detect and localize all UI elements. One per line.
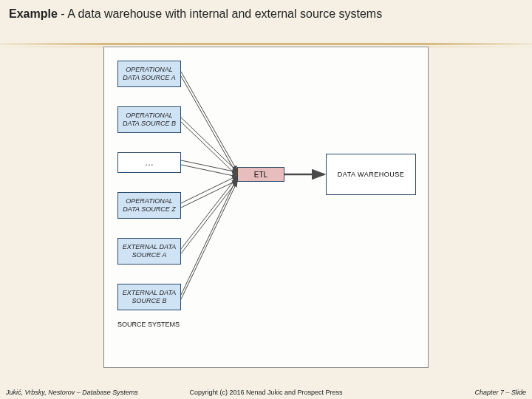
source-op-z-label: OPERATIONAL DATA SOURCE Z	[120, 197, 179, 214]
title-bold: Example	[9, 7, 58, 20]
diagram-frame: OPERATIONAL DATA SOURCE A OPERATIONAL DA…	[103, 47, 429, 368]
source-ext-a-label: EXTERNAL DATA SOURCE A	[120, 243, 179, 259]
svg-line-4	[181, 160, 237, 172]
source-op-b-label: OPERATIONAL DATA SOURCE B	[120, 112, 179, 128]
data-warehouse-box: DATA WAREHOUSE	[326, 154, 416, 195]
svg-line-3	[181, 122, 237, 176]
source-op-b: OPERATIONAL DATA SOURCE B	[117, 106, 181, 133]
footer-center: Copyright (c) 2016 Nenad Jukic and Prosp…	[0, 389, 532, 396]
svg-line-2	[181, 117, 237, 171]
source-op-a-label: OPERATIONAL DATA SOURCE A	[120, 66, 179, 82]
source-systems-label: SOURCE SYSTEMS	[117, 321, 180, 328]
footer: Jukić, Vrbsky, Nestorov – Database Syste…	[0, 384, 532, 396]
etl-box: ETL	[237, 167, 284, 182]
svg-line-0	[181, 72, 237, 171]
svg-line-1	[181, 76, 237, 175]
source-ext-a: EXTERNAL DATA SOURCE A	[117, 238, 181, 265]
svg-line-11	[181, 182, 237, 299]
source-ellipsis-label: …	[145, 157, 154, 168]
title-divider	[0, 43, 532, 45]
svg-line-5	[181, 165, 237, 177]
slide-title: Example - A data warehouse with internal…	[0, 0, 532, 24]
etl-label: ETL	[254, 171, 267, 179]
source-ext-b-label: EXTERNAL DATA SOURCE B	[120, 289, 179, 305]
footer-right: Chapter 7 – Slide	[474, 389, 526, 396]
data-warehouse-label: DATA WAREHOUSE	[338, 171, 404, 178]
source-ext-b: EXTERNAL DATA SOURCE B	[117, 284, 181, 310]
source-op-a: OPERATIONAL DATA SOURCE A	[117, 61, 181, 87]
svg-line-6	[181, 176, 237, 203]
svg-line-9	[181, 181, 237, 253]
title-rest: - A data warehouse with internal and ext…	[58, 7, 382, 20]
source-op-z: OPERATIONAL DATA SOURCE Z	[117, 192, 181, 219]
source-ellipsis: …	[117, 152, 181, 173]
svg-line-7	[181, 180, 237, 208]
svg-line-10	[181, 177, 237, 295]
svg-line-8	[181, 177, 237, 249]
